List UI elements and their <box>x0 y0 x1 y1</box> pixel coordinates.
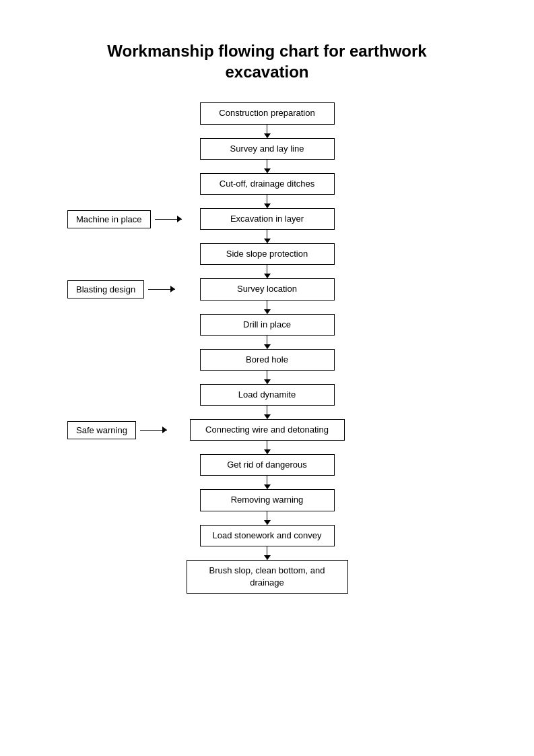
row-bored-hole: Bored hole <box>27 349 507 371</box>
side-safe-warning: Safe warning <box>67 421 167 439</box>
box-blasting-design: Blasting design <box>67 280 144 298</box>
page: Workmanship flowing chart for earthwork … <box>0 0 534 756</box>
box-load-stonework: Load stonework and convey <box>200 525 335 546</box>
box-cutoff-drainage: Cut-off, drainage ditches <box>200 173 335 195</box>
arrow-9 <box>267 406 267 419</box>
row-get-rid-dangerous: Get rid of dangerous <box>27 454 507 476</box>
row-construction-preparation: Construction preparation <box>27 102 507 124</box>
box-safe-warning: Safe warning <box>67 421 136 439</box>
arrow-6 <box>267 301 267 314</box>
box-connecting-wire: Connecting wire and detonating <box>190 419 345 441</box>
row-survey-lay-line: Survey and lay line <box>27 138 507 160</box>
box-survey-location: Survey location <box>200 278 335 300</box>
box-survey-lay-line: Survey and lay line <box>200 138 335 160</box>
row-removing-warning: Removing warning <box>27 489 507 511</box>
page-title: Workmanship flowing chart for earthwork … <box>107 40 426 82</box>
box-construction-preparation: Construction preparation <box>200 102 335 124</box>
box-brush-slop: Brush slop, clean bottom, and drainage <box>187 560 348 594</box>
arrow-12 <box>267 511 267 525</box>
side-arrow-machine <box>155 219 182 220</box>
box-get-rid-dangerous: Get rid of dangerous <box>200 454 335 476</box>
arrow-8 <box>267 371 267 384</box>
box-machine-in-place: Machine in place <box>67 210 151 228</box>
side-arrow-safe <box>140 430 167 431</box>
arrow-1 <box>267 125 267 138</box>
arrow-10 <box>267 441 267 454</box>
arrow-7 <box>267 336 267 349</box>
row-brush-slop: Brush slop, clean bottom, and drainage <box>27 560 507 594</box>
row-load-stonework: Load stonework and convey <box>27 525 507 546</box>
row-excavation-layer: Machine in place Excavation in layer <box>27 208 507 230</box>
side-blasting-design: Blasting design <box>67 280 175 298</box>
box-load-dynamite: Load dynamite <box>200 384 335 406</box>
arrow-11 <box>267 476 267 489</box>
box-bored-hole: Bored hole <box>200 349 335 371</box>
row-connecting-wire: Safe warning Connecting wire and detonat… <box>27 419 507 441</box>
side-arrow-line-machine <box>155 219 182 220</box>
arrow-5 <box>267 265 267 278</box>
arrow-13 <box>267 546 267 560</box>
box-side-slope-protection: Side slope protection <box>200 243 335 265</box>
arrow-4 <box>267 230 267 243</box>
side-machine-in-place: Machine in place <box>67 210 182 228</box>
side-arrow-line-safe <box>140 430 167 431</box>
side-arrow-line-blasting <box>148 289 175 290</box>
row-survey-location: Blasting design Survey location <box>27 278 507 300</box>
row-cutoff-drainage: Cut-off, drainage ditches <box>27 173 507 195</box>
row-drill-in-place: Drill in place <box>27 314 507 336</box>
box-excavation-layer: Excavation in layer <box>200 208 335 230</box>
box-removing-warning: Removing warning <box>200 489 335 511</box>
row-load-dynamite: Load dynamite <box>27 384 507 406</box>
side-arrow-blasting <box>148 289 175 290</box>
box-drill-in-place: Drill in place <box>200 314 335 336</box>
arrow-2 <box>267 160 267 173</box>
flowchart: Construction preparation Survey and lay … <box>27 102 507 594</box>
arrow-3 <box>267 195 267 208</box>
row-side-slope-protection: Side slope protection <box>27 243 507 265</box>
